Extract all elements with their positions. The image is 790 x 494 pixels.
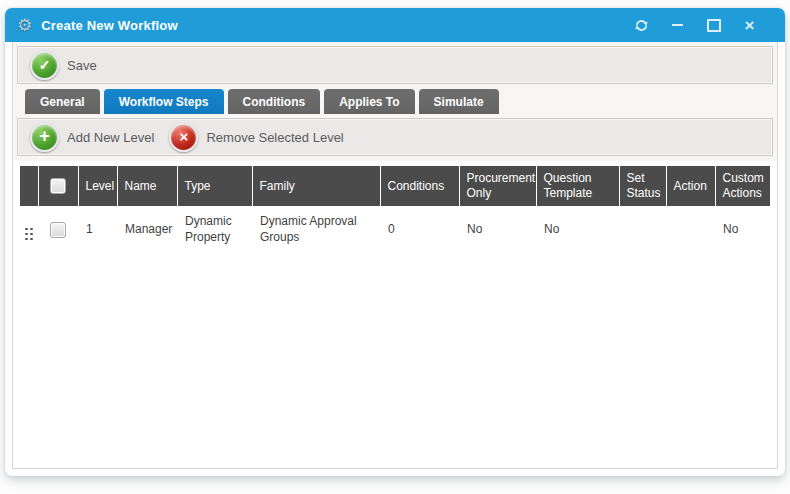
- cell-type: Dynamic Property: [177, 206, 252, 254]
- refresh-icon[interactable]: [634, 18, 649, 33]
- column-header-set-status: Set Status: [619, 166, 666, 206]
- cell-level: 1: [78, 206, 117, 254]
- tab-general[interactable]: General: [25, 89, 100, 114]
- select-all-column-header: [38, 166, 78, 206]
- tab-applies-to[interactable]: Applies To: [324, 89, 414, 114]
- cell-custom-actions: No: [715, 206, 770, 254]
- tab-conditions[interactable]: Conditions: [228, 89, 321, 114]
- maximize-icon[interactable]: [706, 18, 721, 33]
- column-header-conditions: Conditions: [380, 166, 459, 206]
- add-new-level-button[interactable]: + Add New Level: [30, 123, 154, 152]
- save-button[interactable]: ✓ Save: [30, 51, 97, 80]
- workflow-steps-table: Level Name Type Family Conditions Procur…: [20, 166, 771, 254]
- cell-family: Dynamic Approval Groups: [252, 206, 380, 254]
- titlebar: ⚙ Create New Workflow ×: [5, 8, 785, 42]
- drag-column-header: [20, 166, 38, 206]
- tab-simulate[interactable]: Simulate: [419, 89, 499, 114]
- level-toolbar: + Add New Level × Remove Selected Level: [17, 118, 773, 156]
- remove-selected-level-button[interactable]: × Remove Selected Level: [169, 123, 343, 152]
- column-header-name: Name: [117, 166, 177, 206]
- create-new-workflow-dialog: ⚙ Create New Workflow × ✓ Save: [5, 8, 785, 476]
- add-new-level-label: Add New Level: [67, 130, 154, 145]
- column-header-custom-actions: Custom Actions: [715, 166, 770, 206]
- cell-question-template: No: [536, 206, 619, 254]
- x-circle-icon: ×: [169, 123, 198, 152]
- table-header-row: Level Name Type Family Conditions Procur…: [20, 166, 770, 206]
- column-header-action: Action: [666, 166, 715, 206]
- column-header-question-template: Question Template: [536, 166, 619, 206]
- close-icon[interactable]: ×: [742, 18, 757, 33]
- cell-set-status: [619, 206, 666, 254]
- select-all-checkbox[interactable]: [50, 178, 66, 194]
- cell-name: Manager: [117, 206, 177, 254]
- minimize-icon[interactable]: [670, 18, 685, 33]
- row-checkbox[interactable]: [50, 222, 66, 238]
- table-row[interactable]: 1 Manager Dynamic Property Dynamic Appro…: [20, 206, 770, 254]
- remove-selected-level-label: Remove Selected Level: [206, 130, 343, 145]
- window-title: Create New Workflow: [41, 18, 177, 33]
- cell-procurement-only: No: [459, 206, 536, 254]
- drag-handle-icon: [25, 228, 33, 241]
- row-drag-handle[interactable]: [20, 206, 38, 254]
- tab-strip: General Workflow Steps Conditions Applie…: [25, 89, 773, 114]
- gear-icon: ⚙: [17, 17, 32, 34]
- plus-circle-icon: +: [30, 123, 59, 152]
- row-select-cell: [38, 206, 78, 254]
- dialog-content: ✓ Save General Workflow Steps Conditions…: [12, 42, 778, 469]
- tab-workflow-steps[interactable]: Workflow Steps: [104, 89, 224, 114]
- window-controls: ×: [634, 18, 757, 33]
- column-header-level: Level: [78, 166, 117, 206]
- column-header-procurement-only: Procurement Only: [459, 166, 536, 206]
- save-button-label: Save: [67, 58, 97, 73]
- save-toolbar: ✓ Save: [17, 46, 773, 84]
- column-header-type: Type: [177, 166, 252, 206]
- cell-action: [666, 206, 715, 254]
- check-circle-icon: ✓: [30, 51, 59, 80]
- cell-conditions: 0: [380, 206, 459, 254]
- workflow-steps-table-container: Level Name Type Family Conditions Procur…: [13, 161, 777, 468]
- column-header-family: Family: [252, 166, 380, 206]
